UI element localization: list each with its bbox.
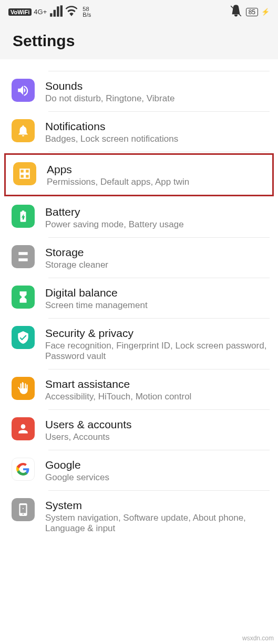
item-subtitle: Permissions, Default apps, App twin	[47, 177, 266, 187]
item-title: Security & privacy	[45, 327, 270, 340]
status-left: VoWiFi 4G+ 58 B/s	[8, 4, 91, 19]
sound-icon	[12, 79, 35, 102]
item-subtitle: Badges, Lock screen notifications	[45, 134, 270, 144]
svg-point-0	[23, 508, 24, 509]
person-icon	[12, 417, 35, 440]
truncated-row	[0, 65, 278, 71]
item-title: Google	[45, 459, 270, 471]
settings-item-apps[interactable]: Apps Permissions, Default apps, App twin	[4, 153, 274, 196]
item-title: Digital balance	[45, 287, 270, 299]
item-title: Battery	[45, 206, 270, 218]
item-subtitle: Screen time management	[45, 300, 270, 311]
settings-list[interactable]: Sounds Do not disturb, Ringtone, Vibrate…	[0, 59, 278, 541]
item-title: System	[45, 499, 270, 512]
settings-item-security[interactable]: Security & privacy Face recognition, Fin…	[0, 319, 278, 369]
item-subtitle: Accessibility, HiTouch, Motion control	[45, 392, 270, 402]
network-type: 4G+	[34, 8, 47, 16]
settings-item-digital-balance[interactable]: Digital balance Screen time management	[0, 278, 278, 318]
settings-item-storage[interactable]: Storage Storage cleaner	[0, 238, 278, 278]
item-subtitle: Storage cleaner	[45, 260, 270, 270]
item-subtitle: Do not disturb, Ringtone, Vibrate	[45, 93, 270, 104]
status-right: 85 ⚡	[229, 4, 270, 19]
watermark: wsxdn.com	[242, 635, 274, 642]
item-subtitle: Users, Accounts	[45, 432, 270, 442]
wifi-icon	[65, 4, 78, 19]
item-title: Apps	[47, 163, 266, 176]
hourglass-icon	[12, 286, 35, 309]
item-title: Smart assistance	[45, 378, 270, 390]
item-subtitle: Power saving mode, Battery usage	[45, 219, 270, 230]
settings-item-google[interactable]: Google Google services	[0, 450, 278, 490]
settings-item-battery[interactable]: Battery Power saving mode, Battery usage	[0, 197, 278, 237]
page-header: Settings	[0, 22, 278, 59]
settings-item-users[interactable]: Users & accounts Users, Accounts	[0, 410, 278, 450]
item-title: Users & accounts	[45, 418, 270, 431]
page-title: Settings	[13, 32, 265, 50]
item-subtitle: Face recognition, Fingerprint ID, Lock s…	[45, 341, 270, 362]
settings-item-sounds[interactable]: Sounds Do not disturb, Ringtone, Vibrate	[0, 71, 278, 111]
settings-item-smart-assistance[interactable]: Smart assistance Accessibility, HiTouch,…	[0, 369, 278, 409]
charging-icon: ⚡	[261, 8, 270, 16]
battery-icon	[12, 205, 35, 228]
storage-icon	[12, 245, 35, 268]
settings-item-notifications[interactable]: Notifications Badges, Lock screen notifi…	[0, 112, 278, 152]
shield-icon	[12, 326, 35, 349]
apps-icon	[13, 162, 36, 185]
battery-indicator: 85	[246, 8, 258, 16]
hand-icon	[12, 377, 35, 400]
item-title: Notifications	[45, 120, 270, 133]
speed-unit: B/s	[83, 12, 91, 18]
item-title: Storage	[45, 246, 270, 259]
system-icon	[12, 498, 35, 521]
item-subtitle: Google services	[45, 472, 270, 483]
status-bar: VoWiFi 4G+ 58 B/s 85 ⚡	[0, 0, 278, 22]
signal-icon	[49, 4, 63, 19]
bell-icon	[12, 119, 35, 142]
vowifi-badge: VoWiFi	[8, 8, 32, 16]
speed-value: 58	[83, 6, 91, 12]
item-title: Sounds	[45, 80, 270, 92]
mute-icon	[229, 4, 243, 19]
item-subtitle: System navigation, Software update, Abou…	[45, 513, 270, 534]
settings-item-system[interactable]: System System navigation, Software updat…	[0, 491, 278, 541]
google-icon	[12, 458, 35, 481]
